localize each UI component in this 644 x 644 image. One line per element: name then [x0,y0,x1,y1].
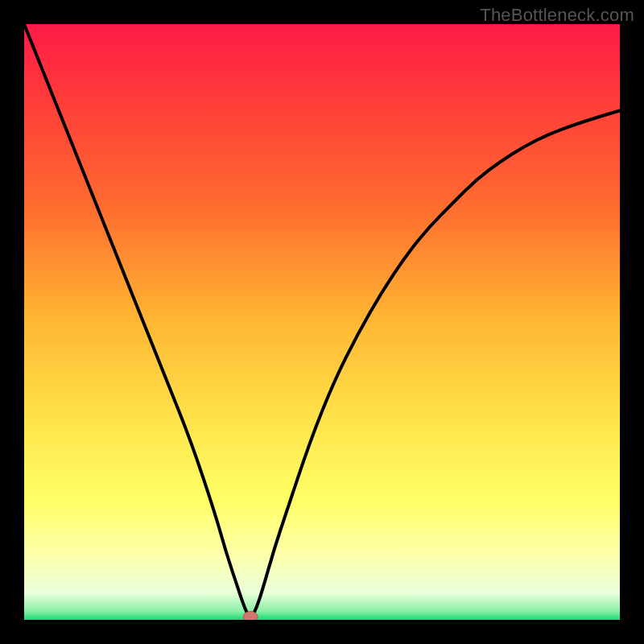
background-rect [24,24,620,620]
chart-svg [24,24,620,620]
optimum-marker [243,612,258,621]
chart-frame: TheBottleneck.com [0,0,644,644]
watermark-text: TheBottleneck.com [480,5,634,26]
plot-area [24,24,620,620]
